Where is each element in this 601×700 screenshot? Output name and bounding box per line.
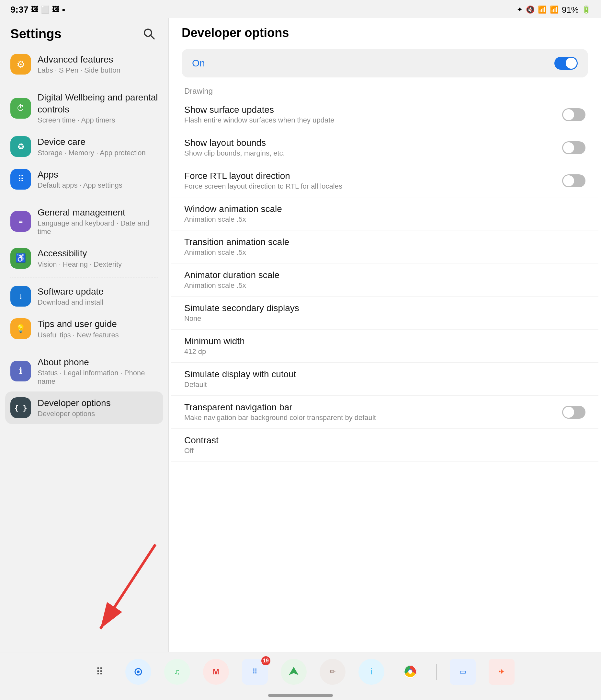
settings-panel: Settings ⚙ Advanced features Labs · S Pe… [0,18,168,652]
software-update-icon: ↓ [10,286,31,306]
transparent-nav-toggle[interactable] [562,406,585,419]
svg-line-3 [151,35,154,39]
show-surface-subtitle: Flash entire window surfaces when they u… [184,116,562,124]
tips-title: Tips and user guide [37,318,158,330]
dev-option-show-surface-updates[interactable]: Show surface updates Flash entire window… [171,98,598,131]
minimum-width-subtitle: 412 dp [184,347,585,356]
about-phone-icon: ℹ [10,361,31,381]
contrast-title: Contrast [184,435,585,446]
developer-options-subtitle: Developer options [37,410,158,418]
software-update-title: Software update [37,286,158,298]
simulate-cutout-title: Simulate display with cutout [184,369,585,379]
show-surface-title: Show surface updates [184,105,562,115]
dev-option-simulate-cutout[interactable]: Simulate display with cutout Default [171,362,598,396]
accessibility-subtitle: Vision · Hearing · Dexterity [37,260,158,269]
nav-find-my-mobile[interactable] [125,659,151,685]
digital-wellbeing-icon: ⏱ [10,98,31,119]
dev-option-show-layout-bounds[interactable]: Show layout bounds Show clip bounds, mar… [171,131,598,164]
apps-icon: ⠿ [10,169,31,190]
settings-item-apps[interactable]: ⠿ Apps Default apps · App settings [5,163,163,195]
show-surface-toggle[interactable] [562,108,585,121]
settings-item-tips[interactable]: 💡 Tips and user guide Useful tips · New … [5,312,163,345]
show-layout-title: Show layout bounds [184,138,562,148]
nav-apps-grid[interactable]: ⠿ [86,659,112,685]
settings-item-digital-wellbeing[interactable]: ⏱ Digital Wellbeing and parental control… [5,86,163,130]
dev-option-force-rtl[interactable]: Force RTL layout direction Force screen … [171,164,598,197]
show-layout-subtitle: Show clip bounds, margins, etc. [184,149,562,157]
contrast-subtitle: Off [184,447,585,455]
developer-options-panel: Developer options On Drawing Show surfac… [168,18,601,652]
animator-duration-subtitle: Animation scale .5x [184,281,585,290]
home-indicator [0,691,601,700]
nav-fenix[interactable]: ✈ [489,659,515,685]
mute-icon: 🔇 [526,5,534,14]
settings-list: ⚙ Advanced features Labs · S Pen · Side … [0,48,168,652]
gallery-icon: 🖼 [52,5,59,14]
apps-title: Apps [37,169,158,180]
dev-options-title: Developer options [182,26,588,40]
simulate-secondary-subtitle: None [184,314,585,323]
dev-option-contrast[interactable]: Contrast Off [171,429,598,462]
wifi-icon: 📶 [538,5,547,14]
signal-icon: 📶 [550,5,558,14]
settings-item-general-management[interactable]: ≡ General management Language and keyboa… [5,201,163,242]
dev-on-toggle-card[interactable]: On [182,49,588,77]
advanced-features-subtitle: Labs · S Pen · Side button [37,66,158,75]
window-animation-subtitle: Animation scale .5x [184,215,585,224]
accessibility-icon: ♿ [10,248,31,269]
dot-indicator: ● [62,6,66,13]
settings-item-device-care[interactable]: ♻ Device care Storage · Memory · App pro… [5,130,163,163]
status-right: ✦ 🔇 📶 📶 91% 🔋 [517,5,591,15]
bottom-nav: ⠿ ♫ M ⠿ 19 ✏ i ▭ ✈ [0,652,601,691]
apps-subtitle: Default apps · App settings [37,181,158,190]
dev-options-content: On Drawing Show surface updates Flash en… [169,45,601,652]
settings-header: Settings [0,18,168,48]
search-button[interactable] [140,25,158,43]
show-layout-toggle[interactable] [562,141,585,154]
dev-on-label: On [192,58,205,69]
dev-option-transition-animation[interactable]: Transition animation scale Animation sca… [171,230,598,264]
nav-screen-share[interactable]: ▭ [450,659,476,685]
device-care-title: Device care [37,136,158,148]
force-rtl-title: Force RTL layout direction [184,171,562,181]
device-care-subtitle: Storage · Memory · App protection [37,149,158,157]
nav-spotify[interactable]: ♫ [164,659,190,685]
svg-point-10 [408,670,412,674]
nav-divider [436,664,437,680]
dev-option-simulate-secondary[interactable]: Simulate secondary displays None [171,297,598,330]
dev-option-minimum-width[interactable]: Minimum width 412 dp [171,330,598,362]
accessibility-title: Accessibility [37,248,158,259]
dev-option-animator-duration[interactable]: Animator duration scale Animation scale … [171,264,598,297]
tips-icon: 💡 [10,318,31,339]
window-animation-title: Window animation scale [184,204,585,214]
transition-animation-subtitle: Animation scale .5x [184,248,585,257]
home-bar [268,694,333,697]
settings-item-software-update[interactable]: ↓ Software update Download and install [5,280,163,312]
status-bar: 9:37 🖼 ⬜ 🖼 ● ✦ 🔇 📶 📶 91% 🔋 [0,0,601,18]
transparent-nav-title: Transparent navigation bar [184,402,562,412]
transparent-nav-subtitle: Make navigation bar background color tra… [184,414,562,422]
nav-makeup[interactable]: ✏ [320,659,345,685]
nav-maps[interactable] [281,659,307,685]
force-rtl-toggle[interactable] [562,174,585,187]
nav-chrome[interactable] [397,659,423,685]
dev-on-toggle[interactable] [554,57,578,70]
general-management-subtitle: Language and keyboard · Date and time [37,219,158,236]
nav-info[interactable]: i [359,659,384,685]
device-care-icon: ♻ [10,136,31,157]
nav-gmail[interactable]: M [203,659,229,685]
svg-marker-7 [289,667,298,675]
settings-item-advanced-features[interactable]: ⚙ Advanced features Labs · S Pen · Side … [5,48,163,80]
dev-option-transparent-nav[interactable]: Transparent navigation bar Make navigati… [171,396,598,429]
animator-duration-title: Animator duration scale [184,270,585,280]
settings-item-about-phone[interactable]: ℹ About phone Status · Legal information… [5,351,163,392]
dev-option-window-animation[interactable]: Window animation scale Animation scale .… [171,197,598,230]
general-management-title: General management [37,207,158,219]
settings-item-developer-options[interactable]: { } Developer options Developer options [5,392,163,424]
settings-item-accessibility[interactable]: ♿ Accessibility Vision · Hearing · Dexte… [5,242,163,274]
force-rtl-subtitle: Force screen layout direction to RTL for… [184,182,562,191]
about-phone-title: About phone [37,356,158,368]
settings-title: Settings [10,27,61,41]
drawing-section-label: Drawing [171,81,598,98]
advanced-features-icon: ⚙ [10,54,31,75]
